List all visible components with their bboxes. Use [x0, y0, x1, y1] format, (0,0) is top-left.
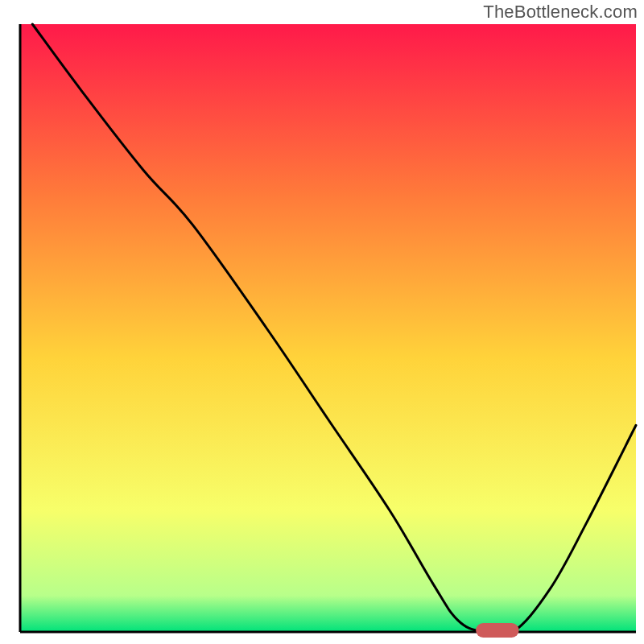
optimal-marker: [476, 623, 519, 638]
chart-container: TheBottleneck.com: [0, 0, 644, 644]
plot-background: [20, 24, 636, 632]
chart-svg: [0, 0, 644, 644]
watermark-text: TheBottleneck.com: [483, 2, 638, 23]
